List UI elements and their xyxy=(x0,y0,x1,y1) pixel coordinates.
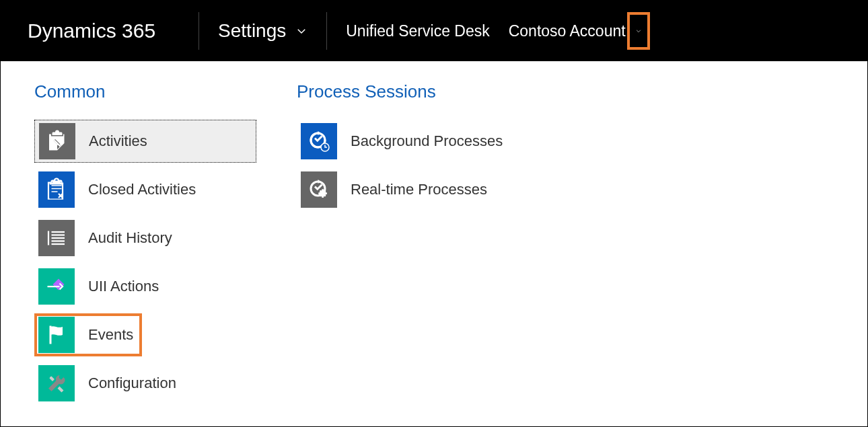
menu-item-label: Real-time Processes xyxy=(351,181,487,198)
divider xyxy=(326,12,327,50)
diamond-arrow-icon xyxy=(38,268,75,305)
menu-item-closed-activities[interactable]: Closed Activities xyxy=(34,168,256,211)
chevron-down-icon xyxy=(295,25,308,37)
menu-item-uii-actions[interactable]: UII Actions xyxy=(34,265,256,308)
menu-item-configuration[interactable]: Configuration xyxy=(34,362,256,405)
tools-icon xyxy=(38,365,75,401)
menu-item-label: Configuration xyxy=(88,375,176,392)
nav-area-label: Settings xyxy=(218,20,286,42)
flag-icon xyxy=(38,317,75,353)
column-header-process: Process Sessions xyxy=(297,81,519,102)
menu-item-audit-history[interactable]: Audit History xyxy=(34,217,256,260)
nav-subarea-label: Unified Service Desk xyxy=(346,22,489,40)
brand-title[interactable]: Dynamics 365 xyxy=(28,20,189,42)
nav-account[interactable]: Contoso Account xyxy=(499,1,627,61)
column-header-common: Common xyxy=(34,81,256,102)
nav-subarea-usd[interactable]: Unified Service Desk xyxy=(336,1,499,61)
list-lines-icon xyxy=(38,220,75,256)
column-common: Common Activities Closed Activities Audi… xyxy=(34,81,256,410)
nav-area-settings[interactable]: Settings xyxy=(209,1,317,61)
menu-item-label: Closed Activities xyxy=(88,181,196,198)
clipboard-edit-icon xyxy=(39,123,75,159)
top-nav-bar: Dynamics 365 Settings Unified Service De… xyxy=(1,1,867,61)
process-gear-icon xyxy=(301,171,337,208)
menu-item-events[interactable]: Events xyxy=(34,313,142,356)
account-dropdown-highlight xyxy=(627,12,650,50)
svg-rect-6 xyxy=(53,279,65,290)
menu-item-background-processes[interactable]: Background Processes xyxy=(297,120,519,163)
column-process-sessions: Process Sessions Background Processes Re… xyxy=(297,81,519,410)
menu-item-label: Audit History xyxy=(88,229,172,247)
menu-item-label: Background Processes xyxy=(351,132,503,150)
menu-item-activities[interactable]: Activities xyxy=(34,120,256,163)
process-clock-icon xyxy=(301,123,337,159)
clipboard-x-icon xyxy=(38,171,75,208)
menu-item-realtime-processes[interactable]: Real-time Processes xyxy=(297,168,519,211)
menu-item-label: UII Actions xyxy=(88,278,159,295)
divider xyxy=(198,12,199,50)
menu-item-label: Events xyxy=(88,326,133,344)
chevron-down-icon[interactable] xyxy=(632,25,645,37)
nav-account-label: Contoso Account xyxy=(509,22,626,40)
menu-item-label: Activities xyxy=(89,132,147,150)
sitemap-flyout: Common Activities Closed Activities Audi… xyxy=(1,61,867,410)
